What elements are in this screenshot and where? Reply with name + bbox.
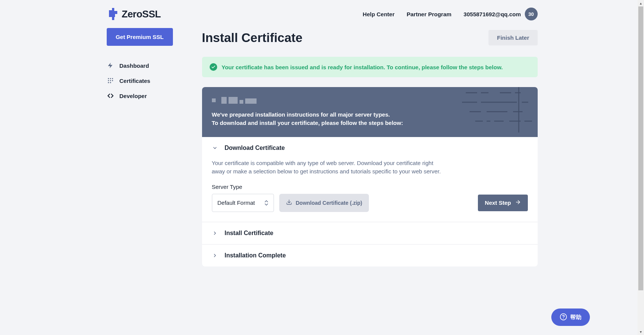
accordion-complete: Installation Complete [202, 245, 538, 266]
logo-text: ZeroSSL [122, 8, 161, 20]
accordion-title: Installation Complete [225, 252, 286, 259]
sidebar: Get Premium SSL Dashboard [107, 28, 173, 266]
svg-point-6 [110, 78, 111, 79]
scroll-up-icon[interactable]: ▴ [638, 0, 644, 6]
svg-point-7 [112, 78, 113, 79]
get-premium-button[interactable]: Get Premium SSL [107, 28, 173, 46]
success-banner: Your certificate has been issued and is … [202, 57, 538, 77]
next-step-text: Next Step [485, 199, 511, 206]
main-content: Install Certificate Finish Later Your ce… [202, 28, 538, 266]
certificate-card: We've prepared installation instructions… [202, 87, 538, 266]
logo[interactable]: ZeroSSL [107, 8, 161, 20]
svg-rect-4 [112, 17, 114, 20]
svg-point-11 [108, 82, 109, 83]
accordion-header-install[interactable]: Install Certificate [202, 222, 538, 244]
help-widget-button[interactable]: 帮助 [551, 309, 590, 326]
user-email: 3055871692@qq.com [464, 11, 521, 17]
check-circle-icon [210, 63, 217, 71]
accordion-download: Download Certificate Your certificate is… [202, 137, 538, 222]
download-zip-button[interactable]: Download Certificate (.zip) [279, 194, 369, 212]
svg-point-8 [108, 80, 109, 81]
server-type-select[interactable]: Default Format [212, 194, 274, 212]
accordion-title: Download Certificate [225, 145, 285, 151]
help-center-link[interactable]: Help Center [363, 11, 395, 17]
sidebar-item-certificates[interactable]: Certificates [107, 73, 173, 88]
download-icon [286, 199, 292, 206]
header: ZeroSSL Help Center Partner Program 3055… [107, 0, 538, 28]
chevron-right-icon [212, 252, 218, 259]
accordion-header-download[interactable]: Download Certificate [202, 137, 538, 159]
chevron-down-icon [212, 145, 218, 151]
page-title: Install Certificate [202, 31, 303, 45]
decorative-lines [462, 87, 538, 137]
svg-point-12 [110, 82, 111, 83]
scroll-thumb[interactable] [638, 6, 643, 290]
grid-icon [107, 77, 114, 84]
sidebar-label: Developer [120, 93, 147, 99]
chevron-right-icon [212, 230, 218, 236]
scrollbar-track[interactable]: ▴ ▾ [638, 0, 644, 335]
svg-rect-1 [112, 8, 114, 11]
svg-rect-0 [109, 10, 112, 12]
accordion-install: Install Certificate [202, 222, 538, 245]
help-circle-icon [560, 313, 567, 322]
success-text: Your certificate has been issued and is … [222, 64, 503, 70]
partner-program-link[interactable]: Partner Program [407, 11, 451, 17]
sidebar-item-dashboard[interactable]: Dashboard [107, 58, 173, 73]
svg-point-10 [112, 80, 113, 81]
next-step-button[interactable]: Next Step [478, 195, 527, 211]
arrow-right-icon [515, 199, 521, 206]
finish-later-button[interactable]: Finish Later [488, 30, 537, 45]
download-zip-text: Download Certificate (.zip) [296, 200, 362, 206]
accordion-description: Your certificate is compatible with any … [212, 159, 528, 176]
bolt-icon [107, 62, 114, 69]
scroll-down-icon[interactable]: ▾ [638, 329, 644, 335]
sidebar-item-developer[interactable]: Developer [107, 88, 173, 103]
user-menu[interactable]: 3055871692@qq.com 30 [464, 8, 537, 20]
user-badge: 30 [525, 8, 538, 20]
accordion-header-complete[interactable]: Installation Complete [202, 245, 538, 266]
server-type-label: Server Type [212, 184, 528, 190]
sidebar-label: Certificates [120, 78, 151, 84]
select-arrows-icon [264, 200, 268, 206]
svg-rect-3 [109, 12, 115, 17]
code-icon [107, 92, 114, 100]
accordion-title: Install Certificate [225, 230, 274, 237]
logo-icon [107, 8, 119, 20]
header-nav: Help Center Partner Program 3055871692@q… [363, 8, 538, 20]
svg-point-9 [110, 80, 111, 81]
server-select-value: Default Format [218, 199, 255, 206]
svg-point-5 [108, 78, 109, 79]
cert-header: We've prepared installation instructions… [202, 87, 538, 137]
sidebar-label: Dashboard [120, 62, 149, 69]
help-widget-label: 帮助 [570, 314, 582, 321]
